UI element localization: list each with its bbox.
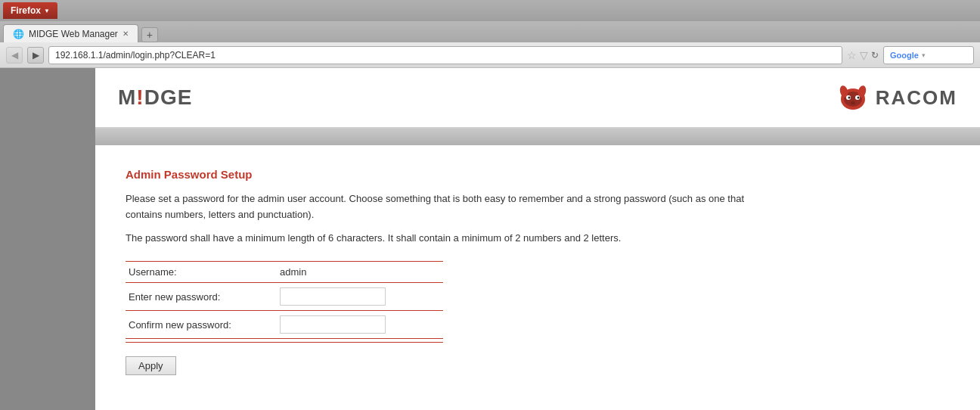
username-label: Username: xyxy=(126,262,277,283)
page-wrapper: M!DGE RACOM xyxy=(0,68,980,410)
forward-icon: ▶ xyxy=(33,50,39,61)
forward-button[interactable]: ▶ xyxy=(27,47,44,64)
svg-point-8 xyxy=(851,101,855,104)
tab-favicon: 🌐 xyxy=(13,29,24,39)
username-row: Username: admin xyxy=(126,262,443,283)
sidebar xyxy=(0,68,95,410)
titlebar: Firefox ▼ xyxy=(0,0,980,21)
address-text: 192.168.1.1/admin/login.php?CLEAR=1 xyxy=(55,50,216,61)
racom-logo: RACOM xyxy=(836,84,957,111)
confirm-password-row: Confirm new password: xyxy=(126,311,443,339)
back-button[interactable]: ◀ xyxy=(6,47,23,64)
tab-close-icon[interactable]: ✕ xyxy=(122,30,129,38)
browser-toolbar: ◀ ▶ 192.168.1.1/admin/login.php?CLEAR=1 … xyxy=(0,42,980,68)
racom-text: RACOM xyxy=(876,86,957,110)
svg-point-7 xyxy=(857,97,859,99)
username-value: admin xyxy=(277,262,443,283)
new-password-cell xyxy=(277,283,443,311)
main-content: M!DGE RACOM xyxy=(95,68,980,410)
bookmark-star-icon[interactable]: ☆ xyxy=(847,49,857,61)
form-title: Admin Password Setup xyxy=(126,168,950,181)
confirm-password-input[interactable] xyxy=(280,315,386,334)
content-area: Admin Password Setup Please set a passwo… xyxy=(95,145,980,410)
midge-exclamation: ! xyxy=(136,85,144,109)
confirm-password-cell xyxy=(277,311,443,339)
svg-point-6 xyxy=(848,97,850,99)
search-bar[interactable]: Google ▾ xyxy=(883,46,974,64)
firefox-dropdown-icon: ▼ xyxy=(44,8,50,14)
new-password-input[interactable] xyxy=(280,287,386,306)
password-form-table: Username: admin Enter new password: Conf… xyxy=(126,261,443,339)
back-icon: ◀ xyxy=(11,50,18,61)
search-dropdown-icon[interactable]: ▾ xyxy=(922,51,926,59)
new-password-label: Enter new password: xyxy=(126,283,277,311)
tab-bar: 🌐 MIDGE Web Manager ✕ + xyxy=(0,21,980,42)
new-password-row: Enter new password: xyxy=(126,283,443,311)
description-2: The password shall have a minimum length… xyxy=(126,231,776,247)
refresh-icon[interactable]: ↻ xyxy=(871,50,879,61)
tab-title: MIDGE Web Manager xyxy=(29,29,118,39)
new-tab-button[interactable]: + xyxy=(141,27,158,42)
active-tab[interactable]: 🌐 MIDGE Web Manager ✕ xyxy=(3,24,138,42)
page-header: M!DGE RACOM xyxy=(95,68,980,129)
bookmark-star2-icon[interactable]: ▽ xyxy=(860,49,868,61)
description-1: Please set a password for the admin user… xyxy=(126,191,776,223)
nav-bar xyxy=(95,129,980,145)
address-bar[interactable]: 192.168.1.1/admin/login.php?CLEAR=1 xyxy=(48,46,842,64)
google-search-logo: Google xyxy=(890,51,919,60)
midge-logo: M!DGE xyxy=(118,85,192,110)
racom-head-icon xyxy=(836,84,870,111)
toolbar-right: ☆ ▽ ↻ xyxy=(847,49,879,61)
confirm-password-label: Confirm new password: xyxy=(126,311,277,339)
firefox-menu-button[interactable]: Firefox ▼ xyxy=(3,2,57,19)
apply-button[interactable]: Apply xyxy=(126,356,176,375)
